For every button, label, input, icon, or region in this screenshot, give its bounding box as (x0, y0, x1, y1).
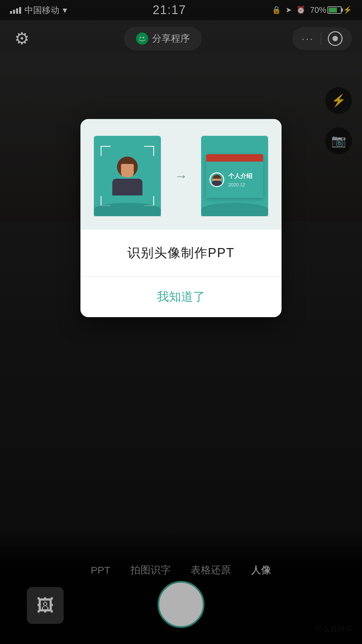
ppt-avatar-hair (213, 175, 221, 179)
ppt-header (206, 154, 263, 162)
ppt-avatar (209, 172, 224, 187)
person-avatar (112, 157, 142, 195)
avatar-shoulders (112, 185, 142, 195)
scan-corner-tl (101, 146, 111, 156)
avatar-face (121, 164, 134, 175)
avatar-head (117, 157, 138, 177)
ppt-text-block: 个人介绍 2020.12 (228, 172, 260, 187)
dialog-text-area: 识别头像制作PPT (80, 230, 282, 276)
scan-corner-tr (144, 146, 154, 156)
ppt-slide: 个人介绍 2020.12 (206, 154, 263, 198)
ppt-title: 个人介绍 (228, 172, 260, 180)
ppt-avatar-body (212, 181, 222, 187)
dialog-illustration: → 个人介绍 2020.12 (80, 119, 282, 230)
avatar-hair-right (133, 163, 138, 177)
dialog-overlay: → 个人介绍 2020.12 (0, 0, 362, 644)
ppt-body: 个人介绍 2020.12 (206, 162, 263, 198)
face-recognition-card (94, 136, 161, 216)
dialog: → 个人介绍 2020.12 (80, 119, 282, 317)
dialog-title: 识别头像制作PPT (90, 244, 272, 261)
water-wave-right (201, 203, 268, 216)
ppt-date: 2020.12 (228, 182, 260, 187)
face-scan-frame (101, 146, 154, 206)
dialog-confirm-button[interactable]: 我知道了 (80, 277, 282, 317)
arrow-container: → (171, 169, 191, 184)
dialog-confirm-text: 我知道了 (157, 290, 205, 303)
arrow-icon: → (174, 169, 188, 184)
avatar-body (112, 179, 142, 195)
water-wave-left (94, 203, 161, 216)
ppt-result-card: 个人介绍 2020.12 (201, 136, 268, 216)
